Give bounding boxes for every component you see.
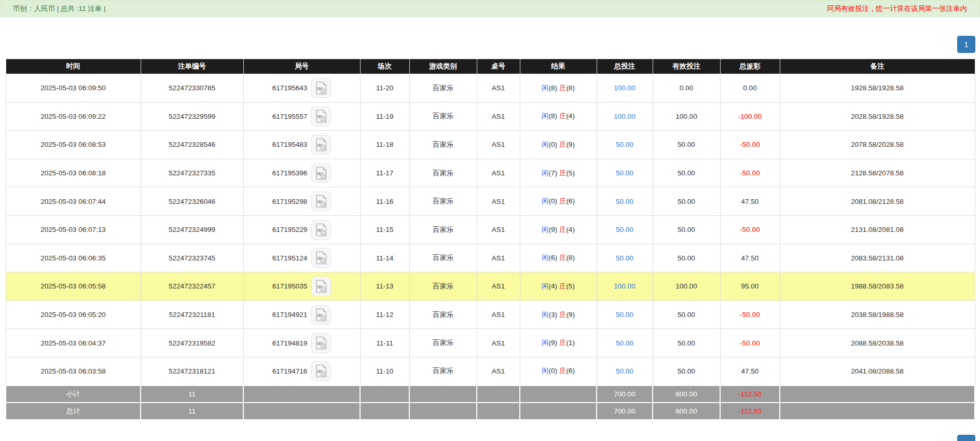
table-header-row: 时间注单编号局号场次游戏类别桌号结果总投注有效投注总派彩备注 xyxy=(6,59,975,74)
cell-total-bet: 50.00 xyxy=(597,329,653,357)
round-id-text: 617195298 xyxy=(272,198,308,205)
cell-round-id: 617195396 xyxy=(243,159,360,187)
cell-payout: -50.00 xyxy=(720,300,780,329)
total-bet-link[interactable]: 100.00 xyxy=(614,282,635,290)
cell-remark: 2131.08/2081.08 xyxy=(780,215,975,244)
cell-session: 11-18 xyxy=(360,131,409,159)
result-player-score: (3) xyxy=(549,311,558,319)
cell-result: 闲(6) 庄(8) xyxy=(520,244,597,272)
video-icon xyxy=(315,280,327,293)
cell-session: 11-10 xyxy=(360,357,409,385)
cell-time: 2025-05-03 06:03:58 xyxy=(6,357,141,385)
video-button[interactable] xyxy=(311,277,331,296)
result-banker-score: (4) xyxy=(566,112,575,120)
round-id-text: 617195643 xyxy=(272,84,308,92)
footer-empty xyxy=(360,385,409,403)
result-banker: 庄 xyxy=(559,197,567,205)
cell-valid-bet: 50.00 xyxy=(653,244,720,272)
column-header-5: 桌号 xyxy=(477,59,520,74)
video-button[interactable] xyxy=(311,163,331,183)
result-banker: 庄 xyxy=(559,311,567,319)
round-id-wrap: 617195124 xyxy=(246,248,358,268)
video-button[interactable] xyxy=(311,361,331,381)
total-bet-link[interactable]: 50.00 xyxy=(616,339,633,347)
total-bet-link[interactable]: 50.00 xyxy=(616,141,633,148)
cell-payout: -100.00 xyxy=(720,102,780,131)
cell-total-bet: 100.00 xyxy=(597,74,653,103)
footer-total-bet: 700.00 xyxy=(597,403,653,420)
total-bet-link[interactable]: 50.00 xyxy=(616,226,633,233)
cell-remark: 2041.08/2088.58 xyxy=(780,357,975,385)
video-button[interactable] xyxy=(311,333,331,353)
cell-total-bet: 50.00 xyxy=(597,131,653,159)
column-header-4: 游戏类别 xyxy=(409,59,477,74)
footer-count: 11 xyxy=(141,385,243,403)
round-id-wrap: 617195229 xyxy=(246,220,358,240)
video-button[interactable] xyxy=(311,191,331,211)
cell-total-bet: 50.00 xyxy=(597,244,653,272)
cell-game-type: 百家乐 xyxy=(409,159,477,187)
result-player-score: (6) xyxy=(549,254,558,261)
total-bet-link[interactable]: 50.00 xyxy=(616,311,633,319)
cell-valid-bet: 50.00 xyxy=(653,329,720,357)
subtotal-row: 小计11700.00600.00-112.50 xyxy=(6,385,975,403)
footer-empty xyxy=(477,403,520,420)
pagination-top: 1 xyxy=(957,36,975,53)
result-player: 闲 xyxy=(542,141,549,148)
result-banker-score: (8) xyxy=(566,84,575,92)
column-header-8: 有效投注 xyxy=(653,59,720,74)
video-button[interactable] xyxy=(311,248,331,268)
video-button[interactable] xyxy=(311,135,331,155)
video-button[interactable] xyxy=(311,305,331,325)
cell-remark: 2078.58/2028.58 xyxy=(780,131,975,159)
table-row: 2025-05-03 06:09:50522472330785617195643… xyxy=(6,74,975,103)
result-banker-score: (9) xyxy=(566,311,575,319)
cell-table-no: AS1 xyxy=(477,357,520,385)
cell-time: 2025-05-03 06:07:44 xyxy=(6,187,141,216)
column-header-3: 场次 xyxy=(360,59,409,74)
pagination-page-button[interactable]: 1 xyxy=(957,36,975,53)
cell-valid-bet: 0.00 xyxy=(653,74,720,103)
cell-result: 闲(4) 庄(5) xyxy=(520,272,597,301)
total-bet-link[interactable]: 50.00 xyxy=(616,254,633,262)
video-button[interactable] xyxy=(311,78,331,98)
cell-valid-bet: 50.00 xyxy=(653,131,720,159)
footer-empty xyxy=(520,385,597,403)
cell-round-id: 617195229 xyxy=(243,215,360,244)
video-icon xyxy=(315,109,327,123)
cell-bet-id: 522472329599 xyxy=(141,102,243,131)
cell-total-bet: 50.00 xyxy=(597,300,653,329)
result-banker-score: (6) xyxy=(566,197,575,205)
video-button[interactable] xyxy=(311,220,331,240)
cell-session: 11-20 xyxy=(360,74,409,103)
round-id-wrap: 617195396 xyxy=(246,163,358,183)
total-bet-link[interactable]: 50.00 xyxy=(616,198,633,205)
cell-bet-id: 522472328546 xyxy=(141,131,243,159)
video-icon xyxy=(315,308,327,322)
cell-session: 11-11 xyxy=(360,329,409,357)
video-button[interactable] xyxy=(311,106,331,126)
result-player: 闲 xyxy=(542,169,549,177)
cell-bet-id: 522472321181 xyxy=(141,300,243,329)
cell-time: 2025-05-03 06:06:35 xyxy=(6,244,141,272)
table-row: 2025-05-03 06:06:35522472323745617195124… xyxy=(6,244,975,272)
cell-bet-id: 522472326046 xyxy=(141,187,243,216)
cell-table-no: AS1 xyxy=(477,272,520,301)
cell-remark: 1988.58/2083.58 xyxy=(780,272,975,301)
cell-table-no: AS1 xyxy=(477,102,520,131)
cell-valid-bet: 100.00 xyxy=(653,102,720,131)
total-bet-link[interactable]: 50.00 xyxy=(616,169,633,177)
cell-payout: 47.50 xyxy=(720,187,780,216)
video-icon xyxy=(315,364,327,378)
cell-time: 2025-05-03 06:05:58 xyxy=(6,272,141,301)
cell-session: 11-19 xyxy=(360,102,409,131)
total-bet-link[interactable]: 100.00 xyxy=(614,84,635,92)
pagination-page-button[interactable]: 1 xyxy=(957,435,975,441)
cell-remark: 2028.58/1928.58 xyxy=(780,102,975,131)
result-player-score: (9) xyxy=(549,339,558,347)
total-bet-link[interactable]: 50.00 xyxy=(616,367,633,375)
cell-total-bet: 50.00 xyxy=(597,187,653,216)
cell-result: 闲(7) 庄(5) xyxy=(520,159,597,187)
round-id-wrap: 617195035 xyxy=(246,277,358,296)
total-bet-link[interactable]: 100.00 xyxy=(614,113,635,120)
